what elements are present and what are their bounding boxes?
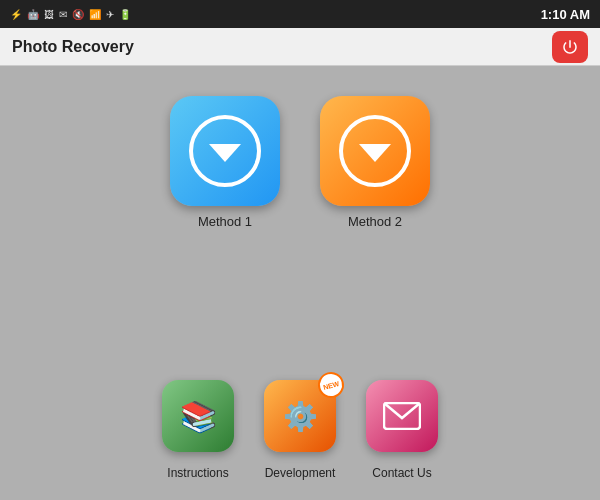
method2-label: Method 2 — [348, 214, 402, 229]
new-badge: NEW — [315, 369, 347, 401]
method1-item[interactable]: Method 1 — [170, 96, 280, 229]
method1-label: Method 1 — [198, 214, 252, 229]
wifi-icon: 📶 — [89, 9, 101, 20]
mail-icon — [383, 402, 421, 430]
status-bar: ⚡ 🤖 🖼 ✉ 🔇 📶 ✈ 🔋 1:10 AM — [0, 0, 600, 28]
contact-us-item[interactable]: Contact Us — [366, 380, 438, 480]
page-title: Photo Recovery — [12, 38, 134, 56]
power-icon — [561, 38, 579, 56]
development-icon[interactable]: ⚙️ NEW — [264, 380, 336, 452]
power-button[interactable] — [552, 31, 588, 63]
instructions-icon[interactable]: 📚 — [162, 380, 234, 452]
android-icon: 🤖 — [27, 9, 39, 20]
method1-chevron-circle — [189, 115, 261, 187]
battery-icon: 🔋 — [119, 9, 131, 20]
method2-item[interactable]: Method 2 — [320, 96, 430, 229]
instructions-label: Instructions — [167, 466, 228, 480]
top-icons-container: Method 1 Method 2 — [170, 96, 430, 229]
status-time: 1:10 AM — [541, 7, 590, 22]
method2-chevron-circle — [339, 115, 411, 187]
contact-us-icon[interactable] — [366, 380, 438, 452]
status-icons: ⚡ 🤖 🖼 ✉ 🔇 📶 ✈ 🔋 — [10, 9, 131, 20]
contact-us-label: Contact Us — [372, 466, 431, 480]
development-label: Development — [265, 466, 336, 480]
development-item[interactable]: ⚙️ NEW Development — [264, 380, 336, 480]
airplane-icon: ✈ — [106, 9, 114, 20]
book-icon: 📚 — [180, 399, 217, 434]
method2-chevron-down — [359, 144, 391, 162]
image-icon: 🖼 — [44, 9, 54, 20]
method1-chevron-down — [209, 144, 241, 162]
mail-status-icon: ✉ — [59, 9, 67, 20]
method1-icon[interactable] — [170, 96, 280, 206]
method2-icon[interactable] — [320, 96, 430, 206]
mute-icon: 🔇 — [72, 9, 84, 20]
gear-icon: ⚙️ — [283, 400, 318, 433]
usb-icon: ⚡ — [10, 9, 22, 20]
main-content: Method 1 Method 2 📚 Instructions ⚙️ NEW — [0, 66, 600, 500]
bottom-icons-container: 📚 Instructions ⚙️ NEW Development Contac… — [162, 380, 438, 480]
instructions-item[interactable]: 📚 Instructions — [162, 380, 234, 480]
title-bar: Photo Recovery — [0, 28, 600, 66]
